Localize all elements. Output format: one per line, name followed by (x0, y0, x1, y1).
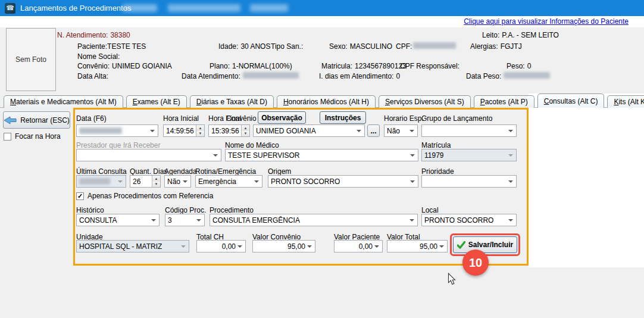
total-ch-value: 0,00 (199, 242, 236, 251)
rotina-emergencia-label: Rotina/Emergência (195, 167, 256, 176)
instrucoes-label: Instruções (325, 114, 361, 122)
quant-dias-spinner[interactable]: 26 ▲▼ (130, 175, 161, 188)
codigo-proc-label: Código Proc. (165, 206, 206, 214)
plano: Plano:1-NORMAL(100%) (210, 62, 292, 70)
chevron-down-icon (237, 245, 242, 248)
convenio-combo[interactable]: UNIMED GOIANIA (253, 124, 365, 137)
tab-pacotes[interactable]: Pacotes (Alt P) (474, 95, 534, 108)
tab-servicos[interactable]: Serviços Diversos (Alt S) (379, 95, 471, 108)
link-bar: Clique aqui para visualizar Informações … (0, 16, 644, 27)
historico-combo[interactable]: CONSULTA (76, 214, 160, 226)
chevron-down-icon (409, 130, 414, 132)
quant-dias-label: Quant. Dias (130, 167, 167, 176)
focar-label: Focar na Hora (15, 132, 61, 141)
salvar-label: Salvar/Incluir (468, 241, 513, 249)
ellipsis-label: ... (370, 127, 376, 135)
procedimento-value: CONSULTA EMERGÊNCIA (212, 216, 300, 225)
cursor-icon (448, 273, 456, 285)
procedimento-combo[interactable]: CONSULTA EMERGÊNCIA (210, 214, 418, 226)
grupo-lancamento-combo[interactable] (421, 124, 517, 137)
tab-honorarios[interactable]: Honorários Médicos (Alt H) (277, 95, 376, 108)
chevron-down-icon (151, 219, 156, 222)
nome-medico-label: Nome do Médico (225, 141, 279, 149)
chevron-down-icon (118, 180, 123, 183)
chevron-down-icon (508, 180, 513, 183)
hora-final-spinner[interactable]: 15:39:56 ▲▼ (208, 124, 250, 137)
dias-em-atendimento: I. dias em Atendimento:0 (319, 72, 400, 80)
cpf-responsavel-label: CPF Responsável: (400, 62, 459, 70)
patient-header: Sem Foto N. Atendimento:38380 Leito:P.A.… (0, 27, 644, 93)
spinner-up-icon[interactable]: ▲ (196, 125, 204, 131)
horario-esp-combo[interactable]: Não (384, 124, 418, 137)
observacao-button[interactable]: Observação (258, 111, 306, 124)
spinner-up-icon[interactable]: ▲ (152, 176, 160, 182)
convenio-ellipsis-button[interactable]: ... (367, 124, 380, 137)
apenas-referencia-checkbox[interactable]: ✓ (76, 192, 84, 200)
nome-medico-combo[interactable]: TESTE SUPERVISOR (225, 149, 418, 161)
convenio-header: Convênio:UNIMED GOIANIA (77, 62, 172, 70)
origem-combo[interactable]: PRONTO SOCORRO (268, 175, 418, 188)
hora-inicial-value: 14:59:56 (166, 127, 194, 135)
data-atendimento-label: Data Atendimento: (182, 72, 240, 80)
grupo-lancamento-label: Grupo de Lançamento (421, 114, 492, 123)
valor-total-combo[interactable]: 95,00 (387, 240, 448, 252)
tab-kits[interactable]: Kits (Alt K) (607, 95, 644, 108)
peso: Peso:0 (507, 62, 531, 70)
tipo-sanguineo: Tipo San.: (271, 42, 303, 51)
focar-checkbox[interactable] (4, 133, 11, 141)
data-label: Data (F6) (76, 114, 107, 123)
chevron-down-icon (374, 245, 379, 248)
horario-esp-value: Não (387, 127, 400, 135)
instrucoes-button[interactable]: Instruções (320, 111, 366, 124)
n-atendimento: N. Atendimento:38380 (57, 31, 130, 39)
valor-paciente-value: 0,00 (337, 242, 373, 251)
redacted-ultima-consulta (79, 178, 110, 185)
redacted-title-text (123, 4, 157, 12)
valor-paciente-combo[interactable]: 0,00 (334, 240, 383, 252)
prestador-label: Prestador que Irá Receber (76, 141, 160, 149)
data-combo[interactable] (76, 124, 158, 137)
patient-info-link[interactable]: Clique aqui para visualizar Informações … (464, 17, 629, 26)
valor-convenio-combo[interactable]: 95,00 (252, 240, 315, 252)
spinner-arrows[interactable]: ▲▼ (241, 125, 249, 136)
tab-consultas[interactable]: Consultas (Alt C) (537, 93, 605, 108)
tab-diarias[interactable]: Diárias e Taxas (Alt D) (190, 95, 274, 108)
rotina-emergencia-combo[interactable]: Emergência (195, 175, 262, 188)
leito: Leito:P.A. - SEM LEITO (482, 31, 559, 39)
tab-exames[interactable]: Exames (Alt E) (126, 95, 187, 108)
chevron-down-icon (409, 219, 414, 222)
redacted-title-text (168, 4, 240, 12)
hora-inicial-spinner[interactable]: 14:59:56 ▲▼ (163, 124, 205, 137)
total-ch-combo[interactable]: 0,00 (196, 240, 246, 252)
spinner-down-icon[interactable]: ▼ (152, 182, 160, 188)
local-value: PRONTO SOCORRO (424, 216, 493, 225)
matricula-combo: 11979 (421, 149, 517, 161)
ultima-consulta-combo (76, 175, 126, 188)
nome-social-label: Nome Social: (77, 52, 120, 61)
agendada-label: Agendada (164, 167, 197, 176)
prioridade-combo[interactable] (421, 175, 517, 188)
prestador-combo[interactable] (76, 149, 221, 161)
tab-page-background (529, 93, 644, 267)
codigo-proc-combo[interactable]: 3 (165, 214, 205, 226)
chevron-down-icon (508, 219, 513, 222)
retornar-button[interactable]: Retornar (ESC) (3, 111, 70, 129)
chevron-down-icon (508, 154, 513, 157)
check-icon (457, 241, 465, 249)
observacao-label: Observação (261, 114, 302, 122)
salvar-incluir-button[interactable]: Salvar/Incluir (453, 236, 517, 253)
spinner-arrows[interactable]: ▲▼ (196, 125, 204, 136)
tab-materiais[interactable]: Materiais e Medicamentos (Alt M) (4, 95, 123, 108)
window-title: Lançamentos de Procedimentos (20, 4, 131, 13)
local-combo[interactable]: PRONTO SOCORRO (421, 214, 517, 226)
agendada-combo[interactable]: Não (164, 175, 191, 188)
spinner-arrows[interactable]: ▲▼ (152, 176, 160, 187)
chevron-down-icon (439, 245, 444, 248)
redacted-data-atendimento (243, 72, 299, 79)
convenio-value: UNIMED GOIANIA (256, 127, 316, 135)
title-bar: ☎ Lançamentos de Procedimentos (0, 0, 644, 16)
spinner-up-icon[interactable]: ▲ (242, 125, 249, 131)
spinner-down-icon[interactable]: ▼ (196, 131, 204, 137)
spinner-down-icon[interactable]: ▼ (242, 131, 249, 137)
focar-na-hora-row: Focar na Hora (4, 132, 61, 141)
